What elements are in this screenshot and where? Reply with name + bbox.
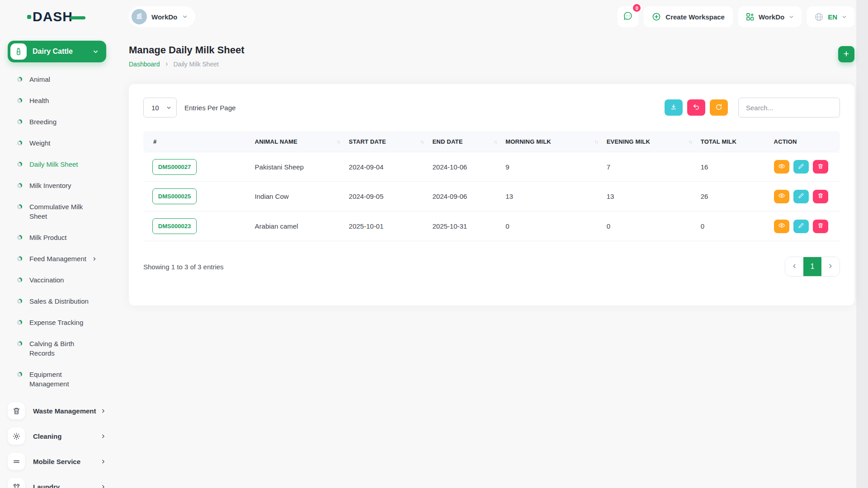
column-header-total-milk[interactable]: TOTAL MILK (701, 131, 774, 152)
total-milk-cell: 26 (701, 182, 774, 211)
sort-icon[interactable]: ↑↓ (594, 139, 598, 144)
entries-per-page-value: 10 (151, 104, 159, 112)
sidebar-item-expense-tracking[interactable]: Expense Tracking (8, 312, 106, 333)
sidebar-item-equipment-management[interactable]: Equipment Management (8, 364, 106, 394)
edit-button[interactable] (793, 160, 809, 174)
sidebar-item-calving-birth-records[interactable]: Calving & Birth Records (8, 333, 106, 364)
entries-per-page-select[interactable]: 10 (143, 98, 177, 117)
dash-logo[interactable]: DASH (27, 9, 85, 24)
sort-icon[interactable]: ↑↓ (493, 139, 496, 144)
page-header: Manage Daily Milk Sheet Dashboard Daily … (129, 44, 854, 68)
sidebar-module-dairy-cattle[interactable]: Dairy Cattle (8, 41, 106, 62)
messages-button[interactable]: 0 (618, 6, 638, 27)
column-header-start-date[interactable]: START DATE↑↓ (349, 131, 433, 152)
sidebar-item-label: Animal (29, 75, 50, 84)
edit-button[interactable] (793, 220, 809, 233)
bullet-icon (17, 162, 22, 167)
sidebar-item-sales-distribution[interactable]: Sales & Distribution (8, 291, 106, 312)
create-workspace-button[interactable]: Create Workspace (644, 6, 733, 27)
reset-button[interactable] (687, 99, 705, 116)
evening-milk-cell: 0 (607, 211, 701, 241)
search-input[interactable] (738, 98, 840, 117)
entries-summary: Showing 1 to 3 of 3 entries (143, 263, 224, 271)
sidebar-module-mobile-service[interactable]: Mobile Service (8, 449, 106, 474)
logo-text: DASH (33, 9, 73, 24)
sidebar-item-milk-product[interactable]: Milk Product (8, 227, 106, 248)
chevron-left-icon (791, 263, 797, 271)
language-code: EN (828, 13, 837, 21)
view-button[interactable] (774, 190, 789, 203)
delete-button[interactable] (813, 220, 828, 233)
workspace-avatar (132, 9, 147, 24)
refresh-button[interactable] (710, 99, 728, 116)
breadcrumb-dashboard-link[interactable]: Dashboard (129, 61, 160, 68)
sidebar-item-daily-milk-sheet[interactable]: Daily Milk Sheet (8, 154, 106, 175)
undo-arrow-icon (693, 103, 700, 112)
app-menu-dropdown[interactable]: WorkDo (738, 6, 802, 27)
view-button[interactable] (774, 160, 789, 174)
chevron-down-icon (841, 14, 847, 20)
column-header-evening-milk[interactable]: EVENING MILK↑↓ (607, 131, 701, 152)
milk-bottle-icon (10, 43, 27, 60)
bullet-icon (17, 119, 22, 124)
sidebar-module-label: Mobile Service (33, 458, 100, 465)
sidebar-item-weight[interactable]: Weight (8, 132, 106, 154)
column-header-id[interactable]: # (143, 131, 255, 152)
delete-button[interactable] (813, 160, 828, 174)
record-id-badge[interactable]: DMS000025 (152, 188, 197, 204)
delete-button[interactable] (813, 190, 828, 203)
next-page-button[interactable] (821, 257, 840, 276)
total-milk-cell: 0 (701, 211, 774, 241)
building-icon (135, 12, 143, 22)
app-menu-label: WorkDo (759, 13, 784, 21)
sidebar-module-label: Waste Management (33, 407, 100, 415)
edit-button[interactable] (793, 190, 809, 203)
table-row: DMS000027 Pakistani Sheep 2024-09-04 202… (143, 152, 840, 182)
language-dropdown[interactable]: EN (807, 6, 854, 27)
bullet-icon (17, 204, 22, 209)
column-header-end-date[interactable]: END DATE↑↓ (432, 131, 505, 152)
sidebar-module-waste-management[interactable]: Waste Management (8, 398, 106, 423)
column-header-animal-name[interactable]: ANIMAL NAME↑↓ (255, 131, 349, 152)
sidebar-item-label: Equipment Management (29, 370, 97, 389)
sidebar-item-vaccination[interactable]: Vaccination (8, 269, 106, 291)
main-content: Manage Daily Milk Sheet Dashboard Daily … (129, 33, 868, 305)
sidebar-module-laundry[interactable]: Laundry (8, 474, 106, 488)
prev-page-button[interactable] (785, 257, 803, 276)
shirt-icon (8, 478, 25, 488)
bullet-icon (17, 98, 22, 103)
sort-icon[interactable]: ↑↓ (689, 139, 692, 144)
workspace-switcher[interactable]: WorkDo (129, 6, 195, 27)
chevron-down-icon (788, 14, 794, 20)
table-row: DMS000025 Indian Cow 2024-09-05 2024-09-… (143, 182, 840, 211)
add-record-button[interactable] (838, 46, 854, 62)
plus-circle-icon (652, 12, 661, 21)
current-page-button[interactable]: 1 (803, 257, 821, 276)
sidebar-item-label: Sales & Distribution (29, 296, 89, 306)
toolbar-actions (665, 98, 840, 117)
column-header-morning-milk[interactable]: MORNING MILK↑↓ (505, 131, 606, 152)
sidebar-module-cleaning[interactable]: Cleaning (8, 423, 106, 449)
sidebar-item-animal[interactable]: Animal (8, 69, 106, 90)
animal-name-cell: Arabian camel (255, 211, 349, 241)
sort-icon[interactable]: ↑↓ (420, 139, 423, 144)
view-button[interactable] (774, 220, 789, 233)
animal-name-cell: Pakistani Sheep (255, 152, 349, 182)
sidebar-item-breeding[interactable]: Breeding (8, 111, 106, 132)
record-id-badge[interactable]: DMS000023 (152, 218, 197, 234)
chevron-right-icon (92, 255, 97, 263)
sidebar-item-feed-management[interactable]: Feed Management (8, 248, 106, 269)
topbar-actions: 0 Create Workspace WorkDo (618, 6, 854, 27)
trash-icon (8, 402, 25, 419)
record-id-badge[interactable]: DMS000027 (152, 159, 197, 175)
row-actions (774, 220, 840, 233)
export-button[interactable] (665, 99, 683, 116)
bars-icon (8, 453, 25, 470)
sidebar-item-milk-inventory[interactable]: Milk Inventory (8, 175, 106, 196)
animal-name-cell: Indian Cow (255, 182, 349, 211)
sort-icon[interactable]: ↑↓ (337, 139, 340, 144)
sidebar-item-health[interactable]: Health (8, 90, 106, 111)
logo-dash (70, 16, 85, 19)
sidebar-item-commulative-milk-sheet[interactable]: Commulative Milk Sheet (8, 196, 106, 227)
start-date-cell: 2024-09-05 (349, 182, 433, 211)
